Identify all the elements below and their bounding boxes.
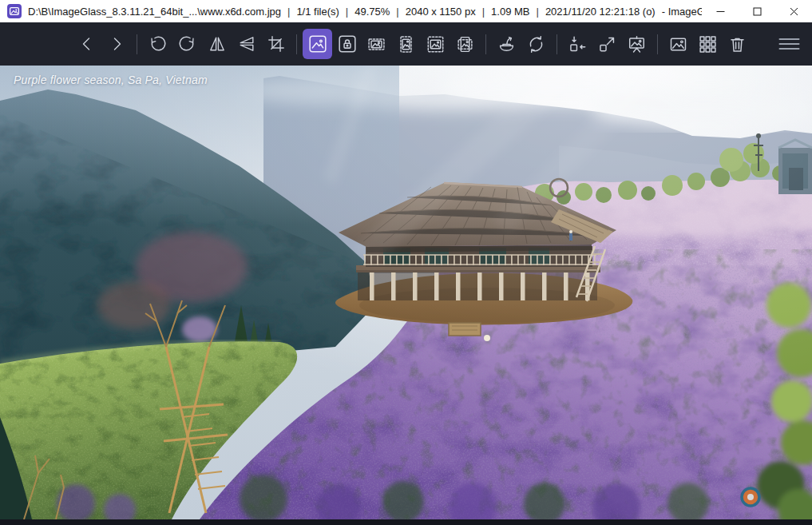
close-button[interactable] — [775, 0, 812, 22]
imageglass-window: D:\B\ImageGlass_8.3.11.21_64bit_...\www.… — [0, 0, 812, 525]
refresh-icon — [527, 35, 545, 54]
toolbar-separator — [296, 34, 297, 54]
window-title: D:\B\ImageGlass_8.3.11.21_64bit_...\www.… — [28, 6, 702, 18]
hamburger-menu-icon — [778, 35, 800, 53]
toolbar-separator — [485, 34, 486, 54]
previous-image-button[interactable] — [72, 29, 101, 59]
checkerboard-background-button[interactable] — [693, 29, 723, 59]
edit-image-button[interactable] — [492, 29, 521, 59]
checkerboard-grid-icon — [699, 35, 717, 54]
slideshow-screen-icon — [628, 35, 646, 54]
rotate-right-button[interactable] — [172, 29, 202, 59]
fit-window-to-image-button[interactable] — [563, 29, 592, 59]
crop-icon — [267, 35, 285, 53]
scale-to-width-button[interactable] — [362, 29, 391, 59]
title-file-count: 1/1 file(s) — [296, 6, 339, 18]
scale-to-fit-icon — [426, 35, 445, 54]
title-file-size: 1.09 MB — [491, 6, 529, 18]
main-toolbar — [0, 22, 812, 66]
lock-icon — [338, 34, 357, 54]
auto-zoom-icon — [308, 34, 327, 54]
scale-to-height-button[interactable] — [391, 29, 421, 59]
photo-caption: Purple flower season, Sa Pa, Vietnam — [14, 74, 208, 86]
delete-image-button[interactable] — [723, 29, 752, 59]
fullscreen-expand-icon — [598, 35, 616, 54]
chevron-right-icon — [108, 35, 125, 53]
maximize-icon — [753, 7, 762, 16]
auto-zoom-button[interactable] — [303, 29, 332, 59]
maximize-button[interactable] — [739, 0, 775, 22]
main-menu-button[interactable] — [774, 29, 804, 59]
title-app-name: - ImageG... — [662, 6, 702, 18]
window-fit-icon — [568, 35, 587, 54]
minimize-icon — [716, 7, 725, 16]
title-bar: D:\B\ImageGlass_8.3.11.21_64bit_...\www.… — [0, 0, 812, 22]
image-viewer-area[interactable]: Purple flower season, Sa Pa, Vietnam — [0, 66, 812, 525]
title-file-date: 2021/11/20 12:21:18 (o) — [545, 6, 656, 18]
scale-to-fit-button[interactable] — [421, 29, 450, 59]
refresh-button[interactable] — [521, 29, 551, 59]
title-zoom-level: 49.75% — [355, 6, 390, 18]
flip-horizontal-button[interactable] — [202, 29, 232, 59]
scale-to-width-icon — [367, 35, 386, 54]
rotate-left-button[interactable] — [143, 29, 172, 59]
crop-button[interactable] — [261, 29, 291, 59]
toolbar-separator — [557, 34, 557, 54]
flip-horizontal-icon — [208, 35, 226, 53]
imageglass-logo-icon — [7, 4, 22, 18]
rotate-right-icon — [178, 35, 196, 54]
flip-vertical-button[interactable] — [232, 29, 261, 59]
minimize-button[interactable] — [702, 0, 739, 22]
slideshow-button[interactable] — [622, 29, 652, 59]
close-icon — [790, 7, 798, 16]
full-screen-button[interactable] — [592, 29, 622, 59]
flip-vertical-icon — [238, 35, 255, 53]
title-image-dimensions: 2040 x 1150 px — [406, 6, 476, 18]
toolbar-separator — [657, 34, 658, 54]
thumbnail-bar-button[interactable] — [663, 29, 693, 59]
picture-icon — [669, 35, 687, 54]
photo-canvas[interactable] — [0, 66, 812, 519]
edit-boat-icon — [497, 35, 516, 54]
toolbar-separator — [137, 34, 137, 54]
scale-to-fill-button[interactable] — [450, 29, 480, 59]
title-file-path: D:\B\ImageGlass_8.3.11.21_64bit_...\www.… — [28, 6, 281, 18]
trash-icon — [728, 35, 747, 54]
window-controls — [702, 0, 812, 22]
chevron-left-icon — [78, 35, 96, 53]
scale-to-fill-icon — [456, 35, 474, 54]
scale-to-height-icon — [397, 35, 415, 54]
next-image-button[interactable] — [101, 29, 131, 59]
lock-zoom-ratio-button[interactable] — [332, 29, 362, 59]
rotate-left-icon — [149, 35, 167, 54]
